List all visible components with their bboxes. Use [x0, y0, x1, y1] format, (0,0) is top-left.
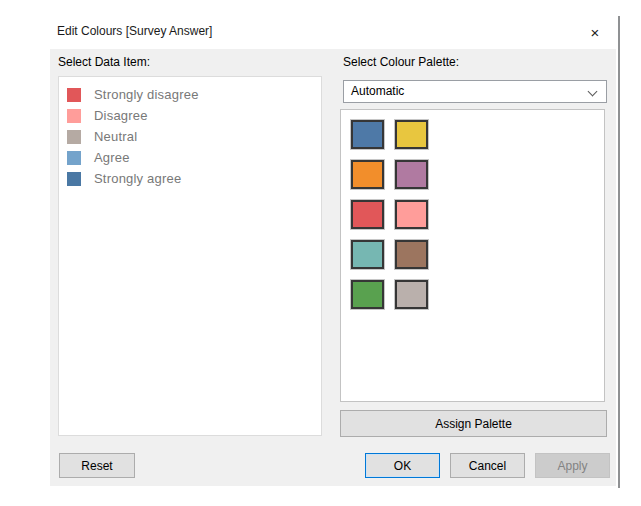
assign-palette-button[interactable]: Assign Palette	[340, 410, 607, 437]
reset-button[interactable]: Reset	[59, 453, 135, 478]
dialog-titlebar: Edit Colours [Survey Answer] ×	[48, 16, 618, 49]
palette-swatch-grey[interactable]	[395, 280, 428, 309]
data-item-row[interactable]: Strongly agree	[59, 168, 321, 189]
palette-swatch-green[interactable]	[351, 280, 384, 309]
dialog-body: Select Data Item: Strongly disagreeDisag…	[50, 49, 616, 486]
data-item-label: Disagree	[94, 108, 148, 123]
palette-swatch-grid	[351, 120, 604, 309]
palette-swatch-brown[interactable]	[395, 240, 428, 269]
data-item-row[interactable]: Strongly disagree	[59, 84, 321, 105]
colour-palette-dropdown-value: Automatic	[351, 84, 404, 98]
data-item-row[interactable]: Agree	[59, 147, 321, 168]
palette-swatch-teal[interactable]	[351, 240, 384, 269]
data-item-row[interactable]: Disagree	[59, 105, 321, 126]
edit-colours-dialog: Edit Colours [Survey Answer] × Select Da…	[48, 16, 620, 488]
palette-swatch-purple[interactable]	[395, 160, 428, 189]
data-item-colour-swatch	[67, 88, 81, 102]
data-item-label: Agree	[94, 150, 130, 165]
data-item-row[interactable]: Neutral	[59, 126, 321, 147]
close-icon: ×	[591, 24, 600, 41]
palette-swatch-red[interactable]	[351, 200, 384, 229]
data-item-list: Strongly disagreeDisagreeNeutralAgreeStr…	[58, 76, 322, 436]
page-background: Edit Colours [Survey Answer] × Select Da…	[0, 0, 641, 506]
select-colour-palette-label: Select Colour Palette:	[343, 55, 459, 69]
colour-palette-dropdown[interactable]: Automatic	[343, 80, 607, 103]
data-item-colour-swatch	[67, 172, 81, 186]
chevron-down-icon	[588, 87, 598, 97]
data-item-colour-swatch	[67, 151, 81, 165]
palette-swatch-pink[interactable]	[395, 200, 428, 229]
cancel-button[interactable]: Cancel	[450, 453, 525, 478]
apply-button[interactable]: Apply	[535, 453, 610, 478]
data-item-label: Neutral	[94, 129, 137, 144]
palette-swatch-panel	[340, 109, 605, 402]
palette-swatch-blue[interactable]	[351, 120, 384, 149]
data-item-colour-swatch	[67, 109, 81, 123]
palette-swatch-yellow[interactable]	[395, 120, 428, 149]
data-item-label: Strongly agree	[94, 171, 181, 186]
select-data-item-label: Select Data Item:	[58, 55, 150, 69]
data-item-colour-swatch	[67, 130, 81, 144]
dialog-title: Edit Colours [Survey Answer]	[57, 24, 212, 38]
palette-swatch-orange[interactable]	[351, 160, 384, 189]
close-button[interactable]: ×	[582, 20, 608, 44]
data-item-label: Strongly disagree	[94, 87, 199, 102]
ok-button[interactable]: OK	[365, 453, 440, 478]
